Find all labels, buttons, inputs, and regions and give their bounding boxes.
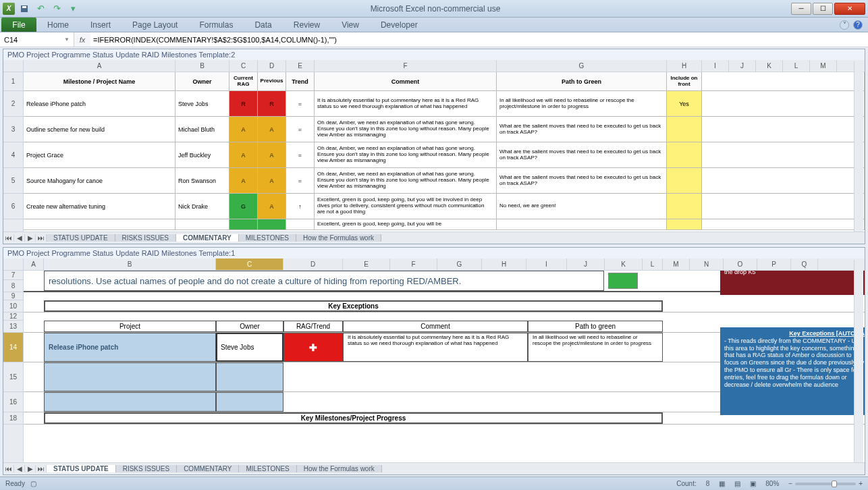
empty-cell[interactable] <box>702 219 865 229</box>
row-header[interactable]: 16 <box>3 392 23 412</box>
zoom-level[interactable]: 80% <box>765 480 779 487</box>
trend-cell[interactable]: = <box>286 91 315 116</box>
vertical-scrollbar[interactable] <box>854 260 863 462</box>
sheet-tab[interactable]: MILESTONES <box>239 465 296 472</box>
cell[interactable]: Oh dear, Amber, we need an explanation o… <box>315 142 497 167</box>
rag-cell[interactable]: R <box>258 91 286 116</box>
col-header[interactable]: F <box>315 60 497 72</box>
fx-button[interactable]: fx <box>74 36 90 44</box>
rag-cell[interactable] <box>258 219 286 229</box>
cell[interactable]: It is absolutely essential to put commen… <box>315 91 497 116</box>
rag-cell[interactable]: A <box>258 194 286 219</box>
header-cell[interactable]: Path to Green <box>497 72 667 90</box>
rag-cell[interactable]: G <box>229 194 258 219</box>
intro-text[interactable]: resolutions. Use actual names of people … <box>44 271 604 291</box>
row-header[interactable]: 8 <box>3 280 23 292</box>
cell[interactable] <box>24 333 44 362</box>
rag-cell[interactable]: A <box>229 168 258 193</box>
cell[interactable] <box>497 219 667 229</box>
tab-nav-next-icon[interactable]: ▶ <box>25 465 36 472</box>
cell[interactable]: Create new alternative tuning <box>24 194 175 219</box>
tab-nav-last-icon[interactable]: ⏭ <box>36 465 47 472</box>
header-cell[interactable]: Trend <box>286 72 315 90</box>
cell[interactable] <box>175 219 229 229</box>
row-header[interactable]: 5 <box>3 168 23 194</box>
formula-input[interactable] <box>90 32 868 47</box>
row-header[interactable]: 6 <box>3 194 23 219</box>
cell[interactable]: Project Grace <box>24 142 175 167</box>
col-header[interactable]: C <box>229 60 258 72</box>
cell[interactable]: Oh dear, Amber, we need an explanation o… <box>315 168 497 193</box>
col-header[interactable]: I <box>526 258 567 270</box>
col-header[interactable]: G <box>437 258 482 270</box>
header-cell[interactable]: Path to green <box>528 321 663 332</box>
trend-cell[interactable]: = <box>286 168 315 193</box>
path-cell[interactable]: In all likelihood we will need to rebase… <box>528 333 663 362</box>
row-header[interactable]: 1 <box>3 72 23 91</box>
rag-cell[interactable]: A <box>229 142 258 167</box>
ribbon-tab-developer[interactable]: Developer <box>370 18 429 32</box>
col-header[interactable]: Q <box>791 258 818 270</box>
cell[interactable] <box>667 117 702 142</box>
rag-cell[interactable]: A <box>229 117 258 142</box>
view-normal-icon[interactable]: ▦ <box>719 480 725 487</box>
vertical-scrollbar[interactable] <box>854 61 863 232</box>
empty-cell[interactable] <box>702 72 865 90</box>
cell[interactable] <box>24 271 44 291</box>
qat-save-icon[interactable] <box>18 2 31 16</box>
minimize-button[interactable]: ─ <box>791 3 811 15</box>
col-header[interactable]: G <box>497 60 667 72</box>
ribbon-tab-formulas[interactable]: Formulas <box>188 18 244 32</box>
cell[interactable] <box>24 362 44 391</box>
ribbon-tab-page-layout[interactable]: Page Layout <box>121 18 188 32</box>
project-cell[interactable]: Release iPhone patch <box>44 333 216 362</box>
col-header[interactable]: E <box>286 60 315 72</box>
sheet-tab[interactable]: MILESTONES <box>239 234 296 242</box>
cell[interactable] <box>667 142 702 167</box>
row-header[interactable]: 13 <box>3 321 23 333</box>
section-title[interactable]: Key Milestones/Project Progress <box>44 412 663 424</box>
tab-nav-last-icon[interactable]: ⏭ <box>36 234 47 242</box>
cell[interactable] <box>667 168 702 193</box>
select-all-corner[interactable] <box>3 60 24 72</box>
cell[interactable] <box>24 312 865 321</box>
cell[interactable]: Excellent, green is good, keep going, bu… <box>315 219 497 229</box>
cell[interactable] <box>24 392 44 412</box>
rag-cell[interactable]: A <box>258 142 286 167</box>
close-button[interactable]: ✕ <box>834 3 865 15</box>
col-header[interactable]: D <box>283 258 343 270</box>
sheet-tab[interactable]: How the Formulas work <box>297 465 382 472</box>
header-cell[interactable]: Comment <box>315 72 497 90</box>
rag-cell[interactable]: R <box>229 91 258 116</box>
row-header[interactable]: 9 <box>3 292 23 300</box>
owner-cell-selected[interactable]: Steve Jobs <box>216 333 283 362</box>
sheet-tab[interactable]: COMMENTARY <box>177 465 239 472</box>
col-header[interactable]: E <box>343 258 390 270</box>
tab-nav-prev-icon[interactable]: ◀ <box>14 234 25 242</box>
row-header[interactable]: 7 <box>3 271 23 280</box>
cell[interactable]: Source Mahogany for canoe <box>24 168 175 193</box>
col-header[interactable]: H <box>667 60 702 72</box>
cell[interactable]: Oh dear, Amber, we need an explanation o… <box>315 117 497 142</box>
qat-dropdown-icon[interactable]: ▾ <box>66 2 80 16</box>
header-cell[interactable]: Milestone / Project Name <box>24 72 175 90</box>
cell[interactable]: Jeff Buckley <box>175 142 229 167</box>
zoom-in-icon[interactable]: + <box>859 480 863 487</box>
row-header[interactable]: 15 <box>3 362 23 392</box>
qat-redo-icon[interactable]: ↷ <box>50 2 63 16</box>
col-header[interactable]: H <box>482 258 526 270</box>
cell[interactable] <box>286 219 315 229</box>
qat-undo-icon[interactable]: ↶ <box>34 2 47 16</box>
rag-cell[interactable]: A <box>258 117 286 142</box>
cell[interactable]: commentary - Select an overall RAG statu… <box>642 271 865 291</box>
sheet-tab-active[interactable]: COMMENTARY <box>176 234 239 242</box>
section-title[interactable]: Key Exceptions <box>44 300 663 312</box>
cell[interactable] <box>24 300 44 312</box>
rag-cell[interactable]: A <box>258 168 286 193</box>
row-header[interactable]: 4 <box>3 142 23 168</box>
zoom-slider[interactable]: − + <box>788 480 863 487</box>
row-header-selected[interactable]: 14 <box>3 333 23 362</box>
grid-top[interactable]: Milestone / Project Name Owner Current R… <box>24 72 865 232</box>
maximize-button[interactable]: ☐ <box>813 3 833 15</box>
trend-cell[interactable]: = <box>286 117 315 142</box>
